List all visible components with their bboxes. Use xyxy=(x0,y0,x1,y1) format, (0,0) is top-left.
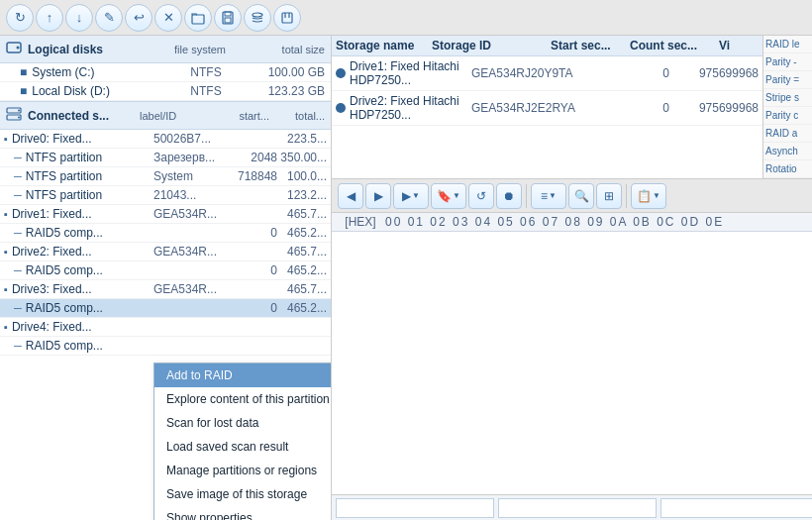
storage-drive0[interactable]: ▪ Drive0: Fixed... 50026B7... 223.5... xyxy=(0,130,331,149)
info-parity-minus[interactable]: Parity - xyxy=(763,53,812,71)
list-icon: ≡ xyxy=(541,189,548,203)
storage-raid3-selected[interactable]: ─ RAID5 comp... 0 465.2... xyxy=(0,299,331,318)
forward-button[interactable]: ▶ xyxy=(365,183,391,209)
dropdown-arrow: ▼ xyxy=(453,191,460,200)
svg-rect-3 xyxy=(225,18,231,23)
main-content: Logical disks file system total size ■ S… xyxy=(0,36,812,520)
storage-ntfs3[interactable]: ─ NTFS partition 21043... 123.2... xyxy=(0,186,331,205)
context-menu: Add to RAID Explore content of this part… xyxy=(153,363,332,520)
row-storage-id: GEA534RJ2E2RYA xyxy=(471,101,590,115)
left-panel: Logical disks file system total size ■ S… xyxy=(0,36,332,520)
storage-raid4[interactable]: ─ RAID5 comp... xyxy=(0,337,331,356)
clipboard-button[interactable]: 📋 ▼ xyxy=(631,183,666,209)
info-stripe-size[interactable]: Stripe s xyxy=(763,89,812,107)
row-start-sec: 0 xyxy=(590,66,669,80)
context-menu-manage-partitions[interactable]: Manage partitions or regions xyxy=(154,459,332,482)
disk-size: 100.00 GB xyxy=(246,65,325,79)
info-parity-equals[interactable]: Parity = xyxy=(763,71,812,89)
partition-icon: ─ xyxy=(14,170,22,182)
hex-area: [HEX] 00 01 02 03 04 05 06 07 08 09 0A 0… xyxy=(332,213,812,494)
disk-icon: ■ xyxy=(20,65,27,79)
back-button[interactable]: ◀ xyxy=(338,183,363,209)
storage-table-area: Storage name Storage ID Start sec... Cou… xyxy=(332,36,762,178)
storage-raid1[interactable]: ─ RAID5 comp... 0 465.2... xyxy=(0,224,331,243)
hdd-icon: ▪ xyxy=(4,208,8,220)
hex-bytes: 00 01 02 03 04 05 06 07 08 09 0A 0B 0C 0… xyxy=(385,215,808,229)
disk-item-d[interactable]: ■ Local Disk (D:) NTFS 123.23 GB xyxy=(0,82,331,101)
context-menu-load-scan[interactable]: Load saved scan result xyxy=(154,435,332,459)
revert-button[interactable]: ↺ xyxy=(468,183,494,209)
dropdown-arrow: ▼ xyxy=(653,191,660,200)
svg-point-10 xyxy=(18,110,20,112)
storage-ntfs2[interactable]: ─ NTFS partition System 718848 100.0... xyxy=(0,167,331,186)
svg-point-4 xyxy=(253,13,262,17)
down-button[interactable]: ↓ xyxy=(65,4,93,32)
col-count-sec: Count sec... xyxy=(630,39,719,52)
disk-icon: ■ xyxy=(20,84,27,98)
edit-button[interactable]: ✎ xyxy=(95,4,123,32)
toolbar-separator xyxy=(626,184,627,208)
svg-rect-0 xyxy=(192,15,204,24)
info-raid-a[interactable]: RAID a xyxy=(763,125,812,143)
storage-table-row-0[interactable]: Drive1: Fixed Hitachi HDP7250... GEA534R… xyxy=(332,56,762,91)
storage-table-row-1[interactable]: Drive2: Fixed Hitachi HDP7250... GEA534R… xyxy=(332,91,762,126)
col-storage-name: Storage name xyxy=(336,39,432,52)
bottom-input-2[interactable] xyxy=(498,498,657,518)
info-parity-count[interactable]: Parity c xyxy=(763,107,812,125)
storage-drive2[interactable]: ▪ Drive2: Fixed... GEA534R... 465.7... xyxy=(0,243,331,261)
toolbar-separator xyxy=(526,184,527,208)
close-button[interactable]: ✕ xyxy=(154,4,182,32)
row-count-sec: 975699968 xyxy=(669,101,759,115)
partition-icon: ─ xyxy=(14,189,22,201)
storage-drive3[interactable]: ▪ Drive3: Fixed... GEA534R... 465.7... xyxy=(0,280,331,299)
context-menu-add-to-raid[interactable]: Add to RAID xyxy=(154,364,332,387)
bookmark-button[interactable]: 🔖 ▼ xyxy=(431,183,466,209)
hdd-icon: ▪ xyxy=(4,246,8,258)
svg-point-11 xyxy=(18,117,20,119)
info-raid-level[interactable]: RAID le xyxy=(763,36,812,53)
row-start-sec: 0 xyxy=(590,101,669,115)
hdd-icon xyxy=(6,40,22,58)
hdd-icon: ▪ xyxy=(4,133,8,145)
refresh-button[interactable]: ↻ xyxy=(6,4,34,32)
dropdown-arrow: ▼ xyxy=(549,191,557,200)
play-button[interactable]: ▶ ▼ xyxy=(393,183,429,209)
undo-button[interactable]: ↩ xyxy=(125,4,152,32)
row-count-sec: 975699968 xyxy=(669,66,759,80)
context-menu-scan-for-lost[interactable]: Scan for lost data xyxy=(154,411,332,435)
cs-total-col: total... xyxy=(275,110,325,122)
logical-disks-size-col: total size xyxy=(246,44,325,55)
folder-button[interactable] xyxy=(184,4,212,32)
info-rotation[interactable]: Rotatio xyxy=(763,160,812,178)
record-button[interactable]: ⏺ xyxy=(496,183,522,209)
up-button[interactable]: ↑ xyxy=(36,4,63,32)
row-storage-id: GEA534RJ20Y9TA xyxy=(471,66,590,80)
bottom-bar: ANSI - xyxy=(332,494,812,520)
context-menu-show-properties[interactable]: Show properties xyxy=(154,506,332,520)
disk-fs: NTFS xyxy=(166,65,246,79)
context-menu-save-image[interactable]: Save image of this storage xyxy=(154,482,332,506)
disk-item-c[interactable]: ■ System (C:) NTFS 100.00 GB xyxy=(0,63,331,82)
bottom-input-1[interactable] xyxy=(336,498,494,518)
hdd-icon: ▪ xyxy=(4,283,8,295)
storage-drive1[interactable]: ▪ Drive1: Fixed... GEA534R... 465.7... xyxy=(0,205,331,224)
search-button[interactable]: 🔍 xyxy=(568,183,594,209)
context-menu-explore-content[interactable]: Explore content of this partition xyxy=(154,387,332,411)
dropdown-arrow: ▼ xyxy=(412,191,420,200)
partition-icon: ─ xyxy=(14,152,22,163)
save-button[interactable] xyxy=(214,4,242,32)
raid-icon: ─ xyxy=(14,302,22,314)
info-async[interactable]: Asynch xyxy=(763,143,812,160)
storage-raid2[interactable]: ─ RAID5 comp... 0 465.2... xyxy=(0,261,331,280)
layers-button[interactable] xyxy=(244,4,271,32)
grid-button[interactable]: ⊞ xyxy=(596,183,622,209)
list-button[interactable]: ≡ ▼ xyxy=(531,183,566,209)
storage-drive4[interactable]: ▪ Drive4: Fixed... xyxy=(0,318,331,337)
bottom-input-3[interactable] xyxy=(660,498,812,518)
export-button[interactable] xyxy=(273,4,301,32)
clipboard-icon: 📋 xyxy=(637,189,652,203)
row-storage-name: Drive2: Fixed Hitachi HDP7250... xyxy=(350,94,471,122)
hex-content[interactable] xyxy=(332,232,812,494)
storage-ntfs1[interactable]: ─ NTFS partition Зарезерв... 2048 350.00… xyxy=(0,149,331,167)
play-icon: ▶ xyxy=(402,189,411,203)
